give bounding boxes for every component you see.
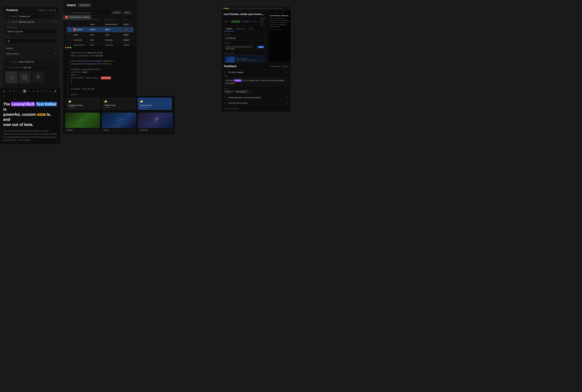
row-checkbox[interactable] <box>68 28 70 30</box>
tab-content[interactable]: Content <box>224 26 234 31</box>
tag-remove-btn[interactable]: ✕ <box>246 90 248 92</box>
col-role[interactable]: Role ⇅ <box>121 18 134 22</box>
tool-h2[interactable]: H2 <box>2 89 6 93</box>
tool-link[interactable]: 🔗 <box>53 89 57 93</box>
show-all-btn[interactable]: Show All <box>282 65 288 68</box>
folder-twitter[interactable]: 📁 ⋮ Twitter Posts 21 items <box>102 98 136 110</box>
media-image-card[interactable]: field.jpg ⋮ <box>65 112 100 132</box>
product-row[interactable]: ⠿ 04 Accessories Logo Cap ··· ▼ <box>3 64 59 70</box>
tool-code[interactable]: <> <box>49 89 53 93</box>
media-image-card[interactable]: sky.jpg ⋮ <box>102 112 136 132</box>
feedback-chevron[interactable]: ▲ <box>286 71 288 73</box>
tool-subscript[interactable]: X₂ <box>40 89 44 93</box>
feedback-item: 01 Try other imagery ⋯ ▲ Notes Let's imp… <box>222 70 291 95</box>
price-input[interactable] <box>6 39 56 44</box>
post-title-input[interactable]: Live Preview <box>224 36 266 40</box>
feedback-menu-btn[interactable]: ⋯ <box>284 71 286 73</box>
col-last-name[interactable]: Last Name ⇅ <box>104 18 121 22</box>
show-all-btn[interactable]: Show All <box>49 9 56 11</box>
row-checkbox[interactable] <box>68 23 70 25</box>
unpublish-btn[interactable]: Unpublish <box>242 20 250 22</box>
folder-count: 18 items <box>68 106 98 108</box>
row-checkbox[interactable] <box>68 39 70 41</box>
tool-bold[interactable]: B <box>22 89 26 93</box>
feedback-item-title: Love the call to action! <box>228 102 282 104</box>
product-num: 01 <box>8 15 12 17</box>
feedback-menu-btn[interactable]: ⋯ <box>284 96 286 99</box>
add-feedback-btn[interactable]: ⊕ Add Feedback <box>222 106 291 112</box>
table-row-active[interactable]: J jmikrut James Mikrut admin <box>67 27 134 32</box>
feedback-chevron[interactable]: ▼ <box>286 102 288 104</box>
collapse-all-btn[interactable]: Collapse All <box>270 65 280 68</box>
search-icon <box>69 12 71 14</box>
tag-photography: Photography ✕ <box>235 90 249 93</box>
feedback-chevron[interactable]: ▼ <box>286 96 288 99</box>
folder-menu-btn[interactable]: ⋮ <box>168 100 170 103</box>
tag-remove-btn[interactable]: ✕ <box>231 90 232 92</box>
folder-brand-assets[interactable]: 📁 ⋮ Brand Assets 154 items <box>138 98 172 110</box>
collapse-all-btn[interactable]: Collapse All <box>38 9 47 11</box>
product-name-input[interactable] <box>6 29 56 34</box>
role-badge: editor <box>123 34 130 36</box>
tool-superscript[interactable]: X² <box>44 89 48 93</box>
tool-list[interactable]: ☰ <box>8 89 12 93</box>
create-new-button[interactable]: Create New <box>78 3 91 7</box>
image-menu-btn[interactable]: ⋮ <box>96 129 98 131</box>
tags-dropdown-btn[interactable]: ▼ <box>250 90 252 93</box>
row-checkbox[interactable] <box>68 34 70 36</box>
username-cell: J jmikrut <box>72 27 88 32</box>
tool-italic[interactable]: I <box>27 89 31 93</box>
lastname-cell: Caminata <box>104 38 121 42</box>
notes-content: Let's impr Designer ve the imagery here.… <box>224 78 288 86</box>
image-menu-btn[interactable]: ⋮ <box>133 129 134 131</box>
details-accordion[interactable]: Product Details ▼ <box>6 51 56 56</box>
drag-handle[interactable]: ⠿ <box>5 21 7 23</box>
media-image-card[interactable]: laptop1.jpg ⋮ <box>138 112 173 132</box>
product-chevron[interactable]: ▼ <box>55 66 57 68</box>
details-label: Product Details <box>6 52 19 55</box>
columns-btn[interactable]: Columns <box>112 11 122 14</box>
tool-list-2[interactable]: ☰ <box>12 89 16 93</box>
drag-handle[interactable]: ⠿ <box>5 60 7 63</box>
variants-chevron[interactable]: ▼ <box>54 47 56 50</box>
details-chevron[interactable]: ▼ <box>54 53 56 55</box>
code-line: 15 <box>63 90 137 93</box>
tool-external-link[interactable]: ↗ <box>2 94 6 98</box>
product-row[interactable]: ⠿ 03 Apparel Black Outline Tee ··· ▼ <box>3 59 59 64</box>
product-row[interactable]: ⠿ 01 Apparel Cowboy Hat ··· ▼ <box>3 13 59 19</box>
add-tag-btn[interactable]: + <box>253 90 254 93</box>
product-chevron[interactable]: ▼ <box>55 60 57 63</box>
image-menu-btn[interactable]: ⋮ <box>169 129 171 131</box>
folder-menu-btn[interactable]: ⋮ <box>96 100 98 103</box>
product-num: 04 <box>8 66 12 68</box>
drag-handle[interactable]: ⠿ <box>5 66 7 68</box>
tool-indent[interactable]: ↔ <box>17 89 20 93</box>
product-menu-btn[interactable]: ··· <box>51 66 54 69</box>
product-menu-btn[interactable]: ··· <box>51 15 54 18</box>
product-menu-btn[interactable]: ··· <box>51 60 54 63</box>
product-num: 03 <box>8 60 12 63</box>
product-menu-btn[interactable]: ··· <box>51 20 54 23</box>
folder-name: Instagram Posts <box>68 104 98 106</box>
folder-menu-btn[interactable]: ⋮ <box>132 100 134 103</box>
product-row[interactable]: ⠿ 02 Apparel Minimal Logo Tee ··· ▲ <box>3 19 59 24</box>
product-category: Apparel <box>12 15 18 17</box>
search-input[interactable] <box>72 12 110 14</box>
table-row[interactable]: ncaminata Nate Caminata viewer <box>67 38 134 42</box>
table-row[interactable]: Sarah Wojciechowski admin <box>67 22 134 27</box>
drag-handle[interactable]: ⠿ <box>5 15 7 17</box>
filters-btn[interactable]: Filters <box>123 11 132 14</box>
feedback-menu-btn[interactable]: ⋯ <box>284 102 286 104</box>
tab-seo[interactable]: SEO <box>247 26 255 31</box>
variants-accordion[interactable]: Variants ▼ <box>6 46 56 51</box>
tool-strikethrough[interactable]: S <box>36 89 40 93</box>
tab-appearance[interactable]: Appearance <box>234 26 247 31</box>
product-chevron[interactable]: ▼ <box>55 15 57 17</box>
table-row[interactable]: tdavis Tylan Davis editor <box>67 32 134 38</box>
product-num: 02 <box>8 21 12 23</box>
product-chevron[interactable]: ▲ <box>55 21 57 23</box>
subtitle-input[interactable]: render your front-end directly in your a… <box>224 44 266 51</box>
tool-underline[interactable]: U <box>31 89 35 93</box>
editor-body-text: One of Payload's goals is to build the b… <box>3 130 58 142</box>
folder-instagram[interactable]: 📁 ⋮ Instagram Posts 18 items <box>66 98 100 110</box>
